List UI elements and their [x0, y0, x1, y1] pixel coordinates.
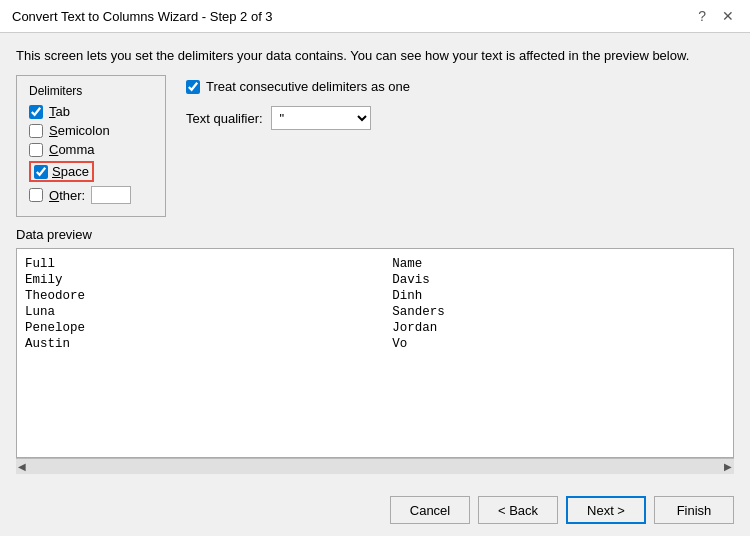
- other-value-input[interactable]: [91, 186, 131, 204]
- button-row: Cancel < Back Next > Finish: [0, 488, 750, 536]
- preview-row: EmilyDavis: [25, 273, 725, 289]
- delimiters-legend: Delimiters: [29, 84, 153, 98]
- tab-row: Tab: [29, 104, 153, 119]
- preview-table: FullNameEmilyDavisTheodoreDinhLunaSander…: [25, 257, 725, 353]
- preview-cell: Penelope: [25, 321, 392, 337]
- next-button[interactable]: Next >: [566, 496, 646, 524]
- other-checkbox[interactable]: [29, 188, 43, 202]
- preview-cell: Full: [25, 257, 392, 273]
- finish-button[interactable]: Finish: [654, 496, 734, 524]
- preview-row: AustinVo: [25, 337, 725, 353]
- treat-consecutive-label[interactable]: Treat consecutive delimiters as one: [206, 79, 410, 94]
- treat-consecutive-checkbox[interactable]: [186, 80, 200, 94]
- preview-cell: Luna: [25, 305, 392, 321]
- preview-row: PenelopeJordan: [25, 321, 725, 337]
- preview-cell: Name: [392, 257, 725, 273]
- title-bar-controls: ? ✕: [694, 8, 738, 24]
- dialog-title: Convert Text to Columns Wizard - Step 2 …: [12, 9, 273, 24]
- qualifier-row: Text qualifier: " ' {none}: [186, 106, 410, 130]
- preview-row: TheodoreDinh: [25, 289, 725, 305]
- horizontal-scrollbar[interactable]: ◀ ▶: [16, 458, 734, 474]
- space-highlight-box: Space: [29, 161, 94, 182]
- qualifier-select[interactable]: " ' {none}: [271, 106, 371, 130]
- close-button[interactable]: ✕: [718, 8, 738, 24]
- preview-cell: Davis: [392, 273, 725, 289]
- preview-cell: Emily: [25, 273, 392, 289]
- delimiters-group: Delimiters Tab Semicolon Comma Space: [16, 75, 166, 217]
- preview-row: LunaSanders: [25, 305, 725, 321]
- preview-cell: Austin: [25, 337, 392, 353]
- description-text: This screen lets you set the delimiters …: [16, 47, 734, 65]
- other-row: Other:: [29, 186, 153, 204]
- preview-cell: Vo: [392, 337, 725, 353]
- data-preview-label: Data preview: [16, 227, 734, 242]
- dialog-body: This screen lets you set the delimiters …: [0, 33, 750, 488]
- right-options: Treat consecutive delimiters as one Text…: [186, 75, 410, 217]
- scroll-right-arrow[interactable]: ▶: [724, 461, 732, 472]
- comma-row: Comma: [29, 142, 153, 157]
- semicolon-row: Semicolon: [29, 123, 153, 138]
- tab-label[interactable]: Tab: [49, 104, 70, 119]
- main-options-row: Delimiters Tab Semicolon Comma Space: [16, 75, 734, 217]
- data-preview-box[interactable]: FullNameEmilyDavisTheodoreDinhLunaSander…: [16, 248, 734, 458]
- tab-checkbox[interactable]: [29, 105, 43, 119]
- space-label[interactable]: Space: [52, 164, 89, 179]
- comma-checkbox[interactable]: [29, 143, 43, 157]
- preview-row: FullName: [25, 257, 725, 273]
- title-bar: Convert Text to Columns Wizard - Step 2 …: [0, 0, 750, 33]
- semicolon-label[interactable]: Semicolon: [49, 123, 110, 138]
- treat-consecutive-row: Treat consecutive delimiters as one: [186, 79, 410, 94]
- data-preview-section: Data preview FullNameEmilyDavisTheodoreD…: [16, 227, 734, 474]
- back-button[interactable]: < Back: [478, 496, 558, 524]
- preview-cell: Theodore: [25, 289, 392, 305]
- scroll-left-arrow[interactable]: ◀: [18, 461, 26, 472]
- comma-label[interactable]: Comma: [49, 142, 95, 157]
- help-button[interactable]: ?: [694, 8, 710, 24]
- preview-cell: Dinh: [392, 289, 725, 305]
- space-checkbox[interactable]: [34, 165, 48, 179]
- preview-cell: Jordan: [392, 321, 725, 337]
- cancel-button[interactable]: Cancel: [390, 496, 470, 524]
- other-label[interactable]: Other:: [49, 188, 85, 203]
- qualifier-label: Text qualifier:: [186, 111, 263, 126]
- preview-cell: Sanders: [392, 305, 725, 321]
- space-row: Space: [29, 161, 153, 182]
- semicolon-checkbox[interactable]: [29, 124, 43, 138]
